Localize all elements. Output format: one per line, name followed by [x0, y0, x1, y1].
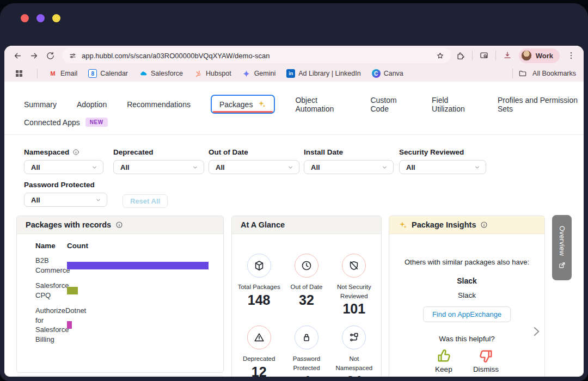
stat-value: 12	[252, 364, 267, 377]
downloads-button[interactable]	[500, 48, 514, 63]
tab-profiles-permission-sets[interactable]: Profiles and Permission Sets	[498, 96, 584, 113]
kebab-menu-icon	[566, 51, 576, 60]
bookmark-gemini[interactable]: Gemini	[242, 69, 276, 78]
bookmark-label: Hubspot	[206, 70, 231, 77]
browser-toolbar: app.hubbl.com/s/scan/a03RO00000bVQqXYAW/…	[4, 46, 584, 65]
filter-password-protected: Password Protected All	[24, 181, 107, 207]
apps-grid-button[interactable]	[12, 66, 26, 81]
card-header: Package Insights	[389, 216, 544, 234]
next-insight-button[interactable]	[529, 324, 543, 341]
refresh-button[interactable]	[42, 48, 58, 63]
out-of-date-select[interactable]: All	[209, 160, 299, 174]
stat-ring	[247, 325, 271, 349]
stat-ring	[342, 325, 366, 349]
bookmarks-bar: M Email 8 Calendar Salesforce Hubspot	[4, 65, 584, 82]
namespace-schema-icon	[348, 331, 360, 343]
bar-authorizedotnet[interactable]	[67, 321, 72, 329]
tab-packages-label: Packages	[219, 100, 253, 109]
chevron-down-icon	[381, 164, 388, 171]
info-icon[interactable]	[115, 221, 123, 229]
bookmark-calendar[interactable]: 8 Calendar	[88, 69, 128, 78]
tab-summary[interactable]: Summary	[24, 100, 57, 109]
deprecated-select[interactable]: All	[113, 160, 204, 174]
all-bookmarks-group[interactable]: All Bookmarks	[512, 69, 576, 78]
stat-label: Out of Date	[291, 282, 323, 292]
bookmark-hubspot[interactable]: Hubspot	[194, 69, 231, 78]
keep-button[interactable]: Keep	[435, 347, 452, 373]
extensions-button[interactable]	[454, 48, 468, 63]
bookmark-star-icon[interactable]	[436, 52, 444, 60]
filter-label: Password Protected	[24, 181, 107, 189]
tab-adoption[interactable]: Adoption	[77, 100, 107, 109]
browser-profile-chip[interactable]: Work	[519, 48, 560, 63]
window-minimize-button[interactable]	[36, 14, 45, 22]
chevron-down-icon	[474, 164, 481, 171]
hubspot-icon	[194, 69, 203, 78]
window-zoom-button[interactable]	[52, 14, 60, 22]
stat-password-protected: Password Protected 4	[283, 325, 330, 377]
page-content: Summary Adoption Recommendations Package…	[4, 82, 584, 377]
info-icon[interactable]	[72, 149, 79, 156]
security-reviewed-select[interactable]: All	[399, 160, 486, 174]
bookmark-canva[interactable]: C Canva	[372, 69, 403, 78]
reset-all-button[interactable]: Reset All	[122, 194, 168, 208]
tab-packages[interactable]: Packages	[211, 95, 275, 114]
forward-button[interactable]	[26, 48, 41, 63]
new-badge: NEW	[85, 118, 108, 127]
thumbs-up-icon	[435, 347, 452, 365]
stat-ring	[295, 254, 318, 278]
stat-label: Total Packages	[238, 282, 280, 292]
site-settings-icon[interactable]	[69, 52, 77, 60]
gemini-star-icon	[242, 69, 251, 78]
stat-ring	[342, 254, 366, 278]
chevron-right-icon	[529, 324, 543, 339]
thumbs-down-icon	[477, 347, 495, 365]
browser-menu-button[interactable]	[564, 48, 578, 63]
dismiss-button[interactable]: Dismiss	[473, 347, 499, 373]
linkedin-icon: in	[286, 69, 295, 78]
bar-b2b-commerce[interactable]	[67, 262, 209, 269]
bookmark-salesforce[interactable]: Salesforce	[139, 69, 183, 78]
bar-label: B2B Commerce	[35, 256, 67, 275]
tab-recommendations[interactable]: Recommendations	[127, 100, 191, 109]
stat-value: 148	[248, 292, 271, 308]
install-date-select[interactable]: All	[304, 160, 394, 174]
stat-deprecated: Deprecated 12	[235, 325, 283, 377]
url-text[interactable]: app.hubbl.com/s/scan/a03RO00000bVQqXYAW/…	[82, 52, 431, 60]
search-in-page-icon	[479, 51, 489, 60]
tab-custom-code[interactable]: Custom Code	[370, 96, 412, 113]
filter-label: Install Date	[304, 148, 394, 156]
overview-side-tab[interactable]: Overview	[552, 215, 572, 280]
back-arrow-icon	[13, 51, 22, 60]
tab-object-automation[interactable]: Object Automation	[295, 96, 350, 113]
back-button[interactable]	[10, 48, 25, 63]
search-tabs-button[interactable]	[477, 48, 491, 63]
bookmark-email[interactable]: M Email	[48, 69, 77, 78]
password-protected-select[interactable]: All	[24, 193, 107, 207]
next-card-partial	[16, 376, 224, 377]
window-close-button[interactable]	[21, 14, 29, 22]
bookmarks-separator	[512, 69, 513, 78]
bar-chart: Name Count B2B Commerce Salesforce CPQ	[17, 234, 223, 344]
at-a-glance-card: At A Glance Total Packages 148	[231, 216, 382, 377]
filter-security-reviewed: Security Reviewed All	[399, 148, 486, 174]
tab-field-utilization[interactable]: Field Utilization	[432, 96, 477, 113]
find-on-appexchange-button[interactable]: Find on AppExchange	[423, 306, 511, 322]
bar-track	[67, 262, 209, 269]
namespaced-select[interactable]: All	[24, 160, 103, 174]
stat-label: Not Security Reviewed	[330, 282, 378, 300]
clock-icon	[301, 260, 313, 272]
stat-label: Not Namespaced	[330, 354, 378, 372]
bookmark-ad-library[interactable]: in Ad Library | LinkedIn	[286, 69, 360, 78]
insight-package-item: Slack	[458, 291, 476, 299]
gmail-icon: M	[48, 69, 57, 78]
address-bar[interactable]: app.hubbl.com/s/scan/a03RO00000bVQqXYAW/…	[62, 48, 451, 63]
stat-value: 4	[303, 373, 310, 377]
stat-ring	[295, 325, 318, 349]
tab-connected-apps[interactable]: Connected Apps	[24, 118, 80, 127]
bar-salesforce-cpq[interactable]	[67, 287, 78, 294]
info-icon[interactable]	[480, 221, 488, 229]
window-traffic-lights	[21, 14, 60, 22]
bar-label: Salesforce CPQ	[35, 281, 67, 300]
insights-body: Others with similar packages also have: …	[389, 234, 544, 373]
